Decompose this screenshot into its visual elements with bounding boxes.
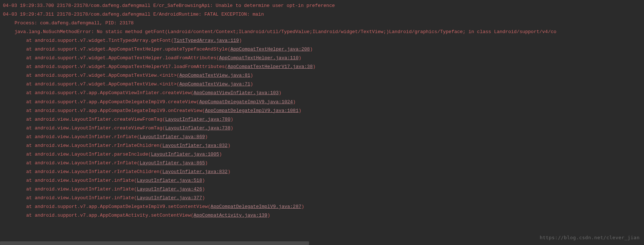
log-text: java.lang.NoSuchMethodError: No static m… [15,29,556,35]
source-link[interactable]: LayoutInflater.java:1005 [151,152,219,157]
stacktrace-method: at android.support.v7.app.AppCompatDeleg… [26,99,196,105]
log-line: at android.support.v7.app.AppCompatDeleg… [3,107,641,115]
stacktrace-method: at android.support.v7.widget.AppCompatTe… [26,73,176,78]
source-link[interactable]: LayoutInflater.java:865 [140,160,205,166]
source-link[interactable]: LayoutInflater.java:832 [162,143,227,148]
log-line: at android.support.v7.widget.AppCompatTe… [3,54,641,63]
close-paren: ) [310,47,313,52]
log-line: Process: com.dafeng.dafengmall, PID: 231… [3,19,641,28]
source-link[interactable]: AppCompatDelegateImplV9.java:287 [211,204,301,209]
close-paren: ) [301,204,304,209]
log-line: at android.view.LayoutInflater.rInflateC… [3,168,641,176]
source-link[interactable]: AppCompatDelegateImplV9.java:1081 [205,108,299,113]
source-link[interactable]: LayoutInflater.java:869 [140,134,205,140]
close-paren: ) [202,178,205,183]
source-link[interactable]: LayoutInflater.java:377 [137,195,202,201]
close-paren: ) [279,90,281,96]
close-paren: ) [299,108,301,113]
stacktrace-method: at android.support.v7.widget.TintTypedAr… [26,38,171,43]
stacktrace-method: at android.view.LayoutInflater.rInflateC… [26,169,160,174]
horizontal-scrollbar[interactable] [0,241,644,245]
open-paren: ( [225,64,228,69]
log-line: 04-03 19:29:47.311 23178-23178/com.dafen… [3,10,641,19]
source-link[interactable]: TintTypedArray.java:119 [174,38,239,43]
stacktrace-method: at android.view.LayoutInflater.inflate [26,186,134,192]
log-line: at android.support.v7.app.AppCompatDeleg… [3,202,641,211]
log-line: at android.support.v7.app.AppCompatDeleg… [3,98,641,107]
stacktrace-method: at android.view.LayoutInflater.inflate [26,195,134,201]
logcat-output: 04-03 19:29:33.700 23178-23178/com.dafen… [3,1,641,220]
log-line: at android.support.v7.widget.AppCompatTe… [3,63,641,71]
source-link[interactable]: AppCompatTextHelperV17.java:38 [228,64,313,69]
close-paren: ) [219,152,222,157]
stacktrace-method: at android.view.LayoutInflater.inflate [26,178,134,183]
close-paren: ) [231,125,233,131]
log-text: 04-03 19:29:47.311 23178-23178/com.dafen… [3,12,264,17]
log-line: java.lang.NoSuchMethodError: No static m… [3,28,641,36]
source-link[interactable]: AppCompatViewInflater.java:103 [193,90,279,96]
source-link[interactable]: AppCompatActivity.java:139 [193,213,267,218]
horizontal-scrollbar-thumb[interactable] [0,241,309,245]
stacktrace-method: at android.support.v7.widget.AppCompatTe… [26,64,225,69]
log-line: at android.support.v7.widget.AppCompatTe… [3,71,641,80]
source-link[interactable]: AppCompatDelegateImplV9.java:1024 [199,99,293,105]
open-paren: ( [208,204,211,209]
log-line: at android.support.v7.app.AppCompatViewI… [3,89,641,97]
open-paren: ( [228,47,231,52]
stacktrace-method: at android.support.v7.app.AppCompatDeleg… [26,108,202,113]
close-paren: ) [231,117,233,122]
source-link[interactable]: LayoutInflater.java:780 [165,117,230,122]
watermark-text: https://blog.csdn.net/clever_jian [540,233,640,242]
log-text: Process: com.dafeng.dafengmall, PID: 231… [15,20,134,26]
log-line: at android.support.v7.app.AppCompatActiv… [3,211,641,220]
log-line: at android.view.LayoutInflater.rInflateC… [3,141,641,150]
close-paren: ) [267,213,270,218]
stacktrace-method: at android.support.v7.widget.AppCompatTe… [26,55,216,61]
stacktrace-method: at android.support.v7.widget.AppCompatTe… [26,47,228,52]
close-paren: ) [228,169,231,174]
stacktrace-method: at android.view.LayoutInflater.createVie… [26,125,162,131]
stacktrace-method: at android.view.LayoutInflater.rInflate [26,134,137,140]
open-paren: ( [137,134,140,140]
close-paren: ) [250,81,253,87]
source-link[interactable]: LayoutInflater.java:518 [137,178,202,183]
stacktrace-method: at android.support.v7.widget.AppCompatTe… [26,81,176,87]
log-line: 04-03 19:29:33.700 23178-23178/com.dafen… [3,1,641,10]
log-line: at android.view.LayoutInflater.parseIncl… [3,150,641,159]
stacktrace-method: at android.support.v7.app.AppCompatActiv… [26,213,191,218]
close-paren: ) [205,134,208,140]
open-paren: ( [196,99,199,105]
stacktrace-method: at android.view.LayoutInflater.rInflateC… [26,143,160,148]
close-paren: ) [293,99,296,105]
log-line: at android.support.v7.widget.AppCompatTe… [3,45,641,54]
source-link[interactable]: LayoutInflater.java:426 [137,186,202,192]
close-paren: ) [299,55,301,61]
stacktrace-method: at android.view.LayoutInflater.createVie… [26,117,162,122]
stacktrace-method: at android.support.v7.app.AppCompatDeleg… [26,204,208,209]
log-line: at android.support.v7.widget.AppCompatTe… [3,80,641,89]
open-paren: ( [137,160,140,166]
stacktrace-method: at android.view.LayoutInflater.parseIncl… [26,152,148,157]
log-line: at android.view.LayoutInflater.inflate(L… [3,194,641,202]
log-line: at android.view.LayoutInflater.rInflate(… [3,159,641,168]
log-line: at android.view.LayoutInflater.rInflate(… [3,133,641,141]
log-line: at android.support.v7.widget.TintTypedAr… [3,36,641,45]
open-paren: ( [171,38,174,43]
source-link[interactable]: AppCompatTextHelper.java:110 [219,55,299,61]
close-paren: ) [202,195,205,201]
close-paren: ) [228,143,231,148]
open-paren: ( [202,108,205,113]
stacktrace-method: at android.support.v7.app.AppCompatViewI… [26,90,191,96]
log-text: 04-03 19:29:33.700 23178-23178/com.dafen… [3,3,335,8]
source-link[interactable]: AppCompatTextHelper.java:208 [231,47,310,52]
close-paren: ) [239,38,242,43]
close-paren: ) [202,186,205,192]
source-link[interactable]: LayoutInflater.java:832 [162,169,227,174]
close-paren: ) [205,160,208,166]
source-link[interactable]: AppCompatTextView.java:81 [179,73,250,78]
log-line: at android.view.LayoutInflater.createVie… [3,124,641,133]
source-link[interactable]: AppCompatTextView.java:71 [179,81,250,87]
log-line: at android.view.LayoutInflater.inflate(L… [3,185,641,194]
log-line: at android.view.LayoutInflater.createVie… [3,115,641,124]
source-link[interactable]: LayoutInflater.java:738 [165,125,230,131]
